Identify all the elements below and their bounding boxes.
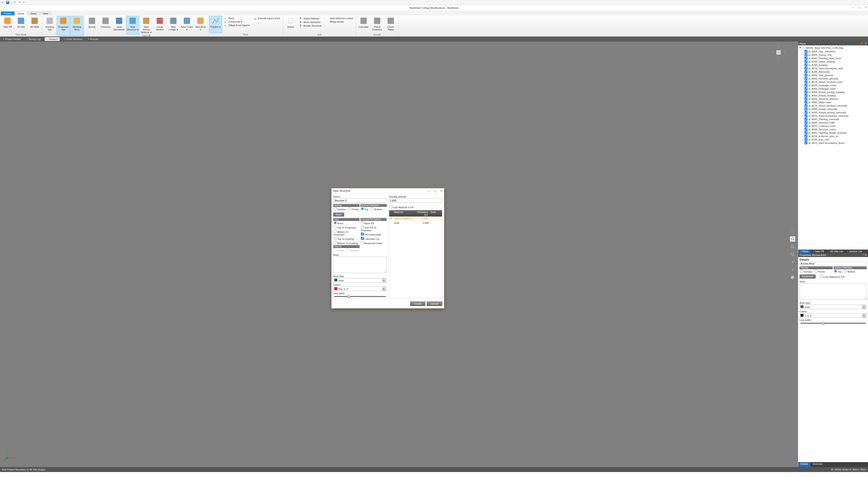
cutfill-option[interactable]: Calculate Cut <box>361 236 386 241</box>
layer-checkbox[interactable] <box>805 111 807 114</box>
minimize-icon[interactable]: — <box>852 6 854 9</box>
tree-item[interactable]: A500_Services_telecom <box>799 97 868 100</box>
tree-item[interactable]: A970_Hard boundaries_removals <box>799 114 868 118</box>
trim-option[interactable]: Top To Proposed <box>333 225 360 229</box>
layer-checkbox[interactable] <box>805 128 807 131</box>
plans-tree[interactable]: ▾ SM100_Base Site Plan_1196.dwg A050_Tag… <box>798 45 868 250</box>
tree-item[interactable]: A200_Removals <box>799 70 868 73</box>
tree-item[interactable]: A950_Roads_existing <box>799 94 868 97</box>
contours-button[interactable]: Contours <box>99 16 112 34</box>
extrude-button[interactable]: ▬Extrude Input Line ▾ <box>253 17 281 20</box>
points-checkbox[interactable]: Points <box>348 207 359 211</box>
subbar-cross-sections[interactable]: ▪Cross Sections <box>62 37 84 41</box>
save-icon[interactable] <box>6 1 9 4</box>
3d-site-button[interactable]: 3D Site <box>14 16 28 33</box>
cutfill-option[interactable]: Trim Fill To Proposed <box>361 225 386 232</box>
cutfill-option[interactable]: Back Fill <box>361 221 386 225</box>
tree-item[interactable]: A500_Services_notes <box>799 128 868 131</box>
create-button[interactable]: Create <box>410 301 425 306</box>
basic-button[interactable]: Basic <box>333 213 344 217</box>
layer-checkbox[interactable] <box>805 70 807 73</box>
materials-grid[interactable]: Material Thickness (m) Note ▸ Type or Se… <box>389 210 442 298</box>
layer-checkbox[interactable] <box>805 81 807 83</box>
new-area-button[interactable]: New Area ▾ <box>194 16 207 34</box>
pin-icon[interactable]: 📌 <box>862 254 865 256</box>
orbit-icon[interactable]: ↺ <box>790 267 795 273</box>
layer-checkbox[interactable] <box>805 131 807 134</box>
maximize-icon[interactable]: ▢ <box>858 6 861 9</box>
props-name-input[interactable] <box>800 262 867 265</box>
check-contours-button[interactable]: Check Contours <box>371 16 384 33</box>
tree-item[interactable]: A950_Roads_paving_existing <box>799 90 868 94</box>
trim-option[interactable]: None <box>333 221 360 225</box>
plans-panel-title[interactable]: Plans 📌✕ <box>798 41 868 45</box>
layer-checkbox[interactable] <box>805 101 807 104</box>
zoom-out-icon[interactable] <box>790 252 795 257</box>
layer-checkbox[interactable] <box>805 50 807 53</box>
dialog-close-icon[interactable]: ✕ <box>440 189 442 192</box>
subbar-boring-log[interactable]: ▪Boring Log <box>25 37 42 41</box>
layer-checkbox[interactable] <box>805 94 807 97</box>
layer-checkbox[interactable] <box>805 53 807 56</box>
panel-close-icon[interactable]: ✕ <box>865 254 867 256</box>
tree-item[interactable]: A200_Existing <box>799 63 868 67</box>
props-bottom-radio[interactable]: Bottom <box>844 270 855 273</box>
view-cube-icon[interactable] <box>790 275 795 280</box>
tree-item[interactable]: A050_Tag_ reference <box>799 50 868 53</box>
panel-close-icon[interactable]: ✕ <box>865 42 867 45</box>
pin-icon[interactable]: 📌 <box>860 42 863 45</box>
tree-item[interactable]: A575_Street_furniture_exist <box>799 80 868 84</box>
dialog-maximize-icon[interactable]: ▢ <box>434 189 436 192</box>
tree-item[interactable]: A920_Survey_info <box>799 53 868 57</box>
tree-item[interactable]: A950_Roads_removals <box>799 107 868 111</box>
tree-item[interactable]: A960_Water main <box>799 100 868 104</box>
new-structure-button[interactable]: New Structure ▾ <box>126 16 139 34</box>
dialog-title-bar[interactable]: New Structure — ▢ ✕ <box>332 188 444 194</box>
tree-item[interactable]: A500_Services_ESB <box>799 121 868 124</box>
linewidth-slider[interactable] <box>334 296 386 297</box>
list-tab-take-off[interactable]: ▫Take Off <box>811 250 826 253</box>
trim-option[interactable]: Bottom To Existing <box>333 241 360 245</box>
undo-icon[interactable]: ↶ <box>13 1 17 4</box>
layer-checkbox[interactable] <box>805 114 807 117</box>
move-selection-button[interactable]: ⬍Move Selection <box>299 20 322 24</box>
colour-select[interactable]: 255, 0, 0 ▼ <box>333 287 386 291</box>
name-input[interactable] <box>333 198 386 202</box>
material-row-hint[interactable]: ▸ Type or Select a... 0.100 <box>389 217 442 221</box>
layer-checkbox[interactable] <box>805 84 807 87</box>
rotate-structure-button[interactable]: ⬍Rotate Structure <box>299 24 322 27</box>
tree-item[interactable]: A950_Roads_paving_removals <box>799 111 868 114</box>
tree-item[interactable]: A200_Hatch_existing <box>799 60 868 63</box>
layer-checkbox[interactable] <box>805 74 807 76</box>
fit-extents-icon[interactable]: ⛶ <box>790 228 795 234</box>
props-points-checkbox[interactable]: Points <box>814 270 825 273</box>
4d-walk-button[interactable]: 4D Walk <box>28 16 41 33</box>
list-tab-plans[interactable]: ▫Plans <box>798 250 811 253</box>
layer-checkbox[interactable] <box>805 97 807 100</box>
tree-item[interactable]: A520_Drainage_notes <box>799 84 868 87</box>
tree-item[interactable]: A970_Hard boundaries_fence <box>799 141 868 145</box>
layer-checkbox[interactable] <box>805 107 807 110</box>
props-linewidth-slider[interactable] <box>800 323 866 324</box>
tab-view[interactable]: View <box>40 11 51 15</box>
qa-dropdown-icon[interactable]: ▼ <box>23 1 25 4</box>
altitude-input[interactable] <box>389 198 442 202</box>
spot-elevations-button[interactable]: Spot Elevations <box>113 16 126 34</box>
tree-item[interactable]: A310_External_opes_id <box>799 134 868 138</box>
tree-item[interactable]: A500_Services_general <box>799 77 868 80</box>
subbar-results[interactable]: ▪Results <box>86 37 100 41</box>
new-count-button[interactable]: New Count ▾ <box>180 16 193 34</box>
layer-checkbox[interactable] <box>805 77 807 80</box>
qa-menu-icon[interactable]: ▸ <box>1 1 4 4</box>
props-colour-select[interactable]: 0, 0, 0 ▼ <box>800 313 867 318</box>
redo-icon[interactable]: ↷ <box>18 1 22 4</box>
bottom-radio[interactable]: Bottom <box>371 207 382 211</box>
dialog-minimize-icon[interactable]: — <box>428 189 430 192</box>
layer-checkbox[interactable] <box>805 118 807 121</box>
advanced-button[interactable]: Advanced <box>800 275 815 279</box>
list-tab-3d-site-list[interactable]: ▫3D Site List <box>826 250 845 253</box>
adjust-altitude-button[interactable]: ⬍Adjust Altitude <box>299 17 322 20</box>
layer-checkbox[interactable] <box>805 135 807 137</box>
tree-item[interactable]: A000_Text_general <box>799 73 868 77</box>
split-lines-button[interactable]: Split Selected Line(s) <box>325 17 354 20</box>
